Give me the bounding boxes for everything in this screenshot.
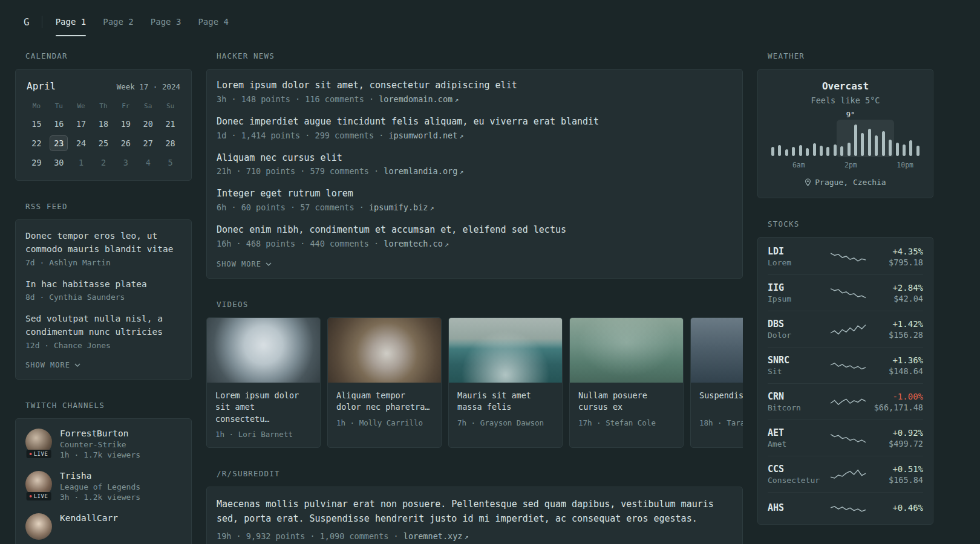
- stock-row[interactable]: CCSConsectetur+0.51%$165.84: [768, 456, 923, 492]
- calendar-day-header: Tu: [55, 100, 63, 112]
- link-text: loremlandia.org: [384, 166, 457, 176]
- weather-bar: [916, 146, 920, 156]
- nav-tab[interactable]: Page 1: [47, 7, 95, 36]
- video-card[interactable]: Nullam posuere cursus ex17h · Stefan Col…: [569, 317, 684, 448]
- dashboard-grid: CALENDAR April Week 17 · 2024 MoTuWeThFr…: [0, 36, 980, 544]
- section-title-hackernews: HACKER NEWS: [217, 51, 743, 60]
- hn-item-title[interactable]: Integer eget rutrum lorem: [217, 187, 733, 201]
- subreddit-section: /R/SUBREDDIT Maecenas mollis pulvinar er…: [206, 469, 743, 544]
- hn-item-link[interactable]: loremtech.co↗: [384, 239, 449, 248]
- video-card[interactable]: Suspendisse diam18h · Tara: [690, 317, 743, 448]
- stock-row[interactable]: LDILorem+4.35%$795.18: [768, 239, 923, 274]
- calendar-month: April: [27, 80, 56, 92]
- calendar-day: 21: [162, 116, 180, 132]
- hn-item-meta-text: 6h · 60 points · 57 comments ·: [217, 202, 369, 212]
- external-link-icon: ↗: [459, 167, 463, 176]
- stock-name: Dolor: [768, 331, 826, 340]
- reddit-post-meta-text: 19h · 9,932 points · 1,090 comments ·: [217, 531, 403, 541]
- hackernews-show-more-button[interactable]: SHOW MORE: [217, 260, 733, 268]
- calendar-grid: MoTuWeThFrSaSu15161718192021222324252627…: [25, 100, 181, 170]
- hn-item-link[interactable]: loremlandia.org↗: [384, 166, 463, 176]
- rss-show-more-button[interactable]: SHOW MORE: [25, 361, 181, 369]
- channel-viewers: 3h · 1.2k viewers: [60, 493, 140, 502]
- weather-feels-like: Feels like 5°C: [769, 96, 922, 105]
- video-card[interactable]: Mauris sit amet massa felis7h · Grayson …: [448, 317, 563, 448]
- hn-item-title[interactable]: Aliquam nec cursus elit: [217, 152, 733, 165]
- video-card[interactable]: Lorem ipsum dolor sit amet consectetu…1h…: [206, 317, 321, 448]
- stock-row[interactable]: AETAmet+0.92%$499.72: [768, 419, 923, 456]
- nav-tab[interactable]: Page 3: [142, 7, 190, 36]
- hn-item-meta-text: 21h · 710 points · 579 comments ·: [217, 166, 384, 176]
- calendar-day: 1: [72, 155, 90, 170]
- hn-item-title[interactable]: Lorem ipsum dolor sit amet, consectetur …: [217, 79, 733, 92]
- calendar-day: 2: [94, 155, 113, 170]
- stock-ticker: CRN: [768, 391, 826, 402]
- stock-row[interactable]: AHS+0.46%: [768, 492, 923, 523]
- section-title-weather: WEATHER: [768, 51, 933, 60]
- stock-identity: CCSConsectetur: [768, 464, 826, 485]
- stock-name: Sit: [768, 367, 826, 376]
- stock-values: +4.35%$795.18: [871, 247, 923, 267]
- stock-row[interactable]: IIGIpsum+2.84%$42.04: [768, 274, 923, 311]
- video-body: Aliquam tempor dolor nec pharetra…1h · M…: [328, 383, 441, 436]
- stock-change: +1.36%: [871, 355, 923, 365]
- reddit-post-title[interactable]: Maecenas mollis pulvinar erat non posuer…: [217, 497, 733, 526]
- weather-bar: [909, 140, 912, 156]
- calendar-week-label: Week 17 · 2024: [117, 82, 180, 91]
- stock-name: Ipsum: [768, 294, 826, 303]
- channel-name[interactable]: ForrestBurton: [60, 429, 140, 438]
- twitch-channel[interactable]: LIVEForrestBurtonCounter-Strike1h · 1.7k…: [25, 429, 181, 459]
- rss-item-title[interactable]: Sed volutpat nulla nisl, a condimentum n…: [25, 312, 181, 339]
- external-link-icon: ↗: [445, 240, 449, 248]
- twitch-channel[interactable]: LIVETrishaLeague of Legends3h · 1.2k vie…: [25, 471, 181, 502]
- stock-row[interactable]: SNRCSit+1.36%$148.64: [768, 347, 923, 383]
- channel-name[interactable]: Trisha: [60, 471, 140, 481]
- hn-item-title[interactable]: Donec imperdiet augue tincidunt felis al…: [217, 115, 733, 129]
- video-body: Mauris sit amet massa felis7h · Grayson …: [449, 383, 562, 436]
- section-title-subreddit: /R/SUBREDDIT: [217, 469, 743, 478]
- video-card[interactable]: Aliquam tempor dolor nec pharetra…1h · M…: [327, 317, 442, 448]
- stock-row[interactable]: DBSDolor+1.42%$156.28: [768, 311, 923, 347]
- stock-name: Bitcorn: [768, 403, 826, 412]
- weather-bar: [806, 148, 809, 156]
- weather-time-label: 2pm: [844, 161, 857, 169]
- calendar-day-header: Fr: [122, 100, 129, 112]
- stock-identity: SNRCSit: [768, 355, 826, 376]
- live-dot-icon: [30, 495, 32, 497]
- channel-avatar: [25, 513, 52, 540]
- stock-identity: LDILorem: [768, 246, 826, 267]
- channel-avatar: LIVE: [25, 471, 52, 497]
- rss-item-title[interactable]: Donec tempor eros leo, ut commodo mauris…: [25, 230, 181, 256]
- stock-change: +2.84%: [871, 283, 923, 293]
- reddit-post-link[interactable]: loremnet.xyz↗: [403, 531, 469, 541]
- middle-column: HACKER NEWS Lorem ipsum dolor sit amet, …: [206, 51, 743, 544]
- stock-change: +0.51%: [871, 464, 923, 474]
- channel-game: Counter-Strike: [60, 440, 140, 449]
- stock-sparkline: [831, 394, 866, 410]
- video-meta: 18h · Tara: [699, 418, 743, 427]
- link-text: ipsumworld.net: [388, 131, 457, 140]
- stock-row[interactable]: CRNBitcorn-1.00%$66,171.48: [768, 383, 923, 419]
- top-nav: G Page 1Page 2Page 3Page 4: [15, 7, 965, 36]
- stock-change: +0.46%: [871, 503, 923, 513]
- hn-item-meta: 1d · 1,414 points · 299 comments · ipsum…: [217, 131, 733, 140]
- hn-item-link[interactable]: loremdomain.com↗: [379, 94, 459, 104]
- rss-item-title[interactable]: In hac habitasse platea: [25, 278, 181, 291]
- nav-tab[interactable]: Page 4: [189, 7, 237, 36]
- channel-info: ForrestBurtonCounter-Strike1h · 1.7k vie…: [60, 429, 140, 459]
- dashboard-page: G Page 1Page 2Page 3Page 4 CALENDAR Apri…: [0, 0, 980, 544]
- twitch-channel-list: LIVEForrestBurtonCounter-Strike1h · 1.7k…: [25, 429, 181, 540]
- nav-tab[interactable]: Page 2: [94, 7, 142, 36]
- nav-tab-label: Page 4: [198, 17, 229, 27]
- hn-item-link[interactable]: ipsumify.biz↗: [369, 202, 434, 212]
- calendar-widget: April Week 17 · 2024 MoTuWeThFrSaSu15161…: [15, 69, 192, 181]
- hn-item-meta-text: 1d · 1,414 points · 299 comments ·: [217, 131, 388, 140]
- hn-item-link[interactable]: ipsumworld.net↗: [388, 131, 463, 140]
- nav-divider: [42, 16, 42, 28]
- twitch-channel[interactable]: KendallCarr: [25, 513, 181, 540]
- stocks-list: LDILorem+4.35%$795.18IIGIpsum+2.84%$42.0…: [768, 239, 923, 523]
- stock-values: +0.46%: [871, 503, 923, 513]
- hn-item-title[interactable]: Donec enim nibh, condimentum et accumsan…: [217, 224, 733, 237]
- calendar-day: 5: [162, 155, 180, 170]
- channel-name[interactable]: KendallCarr: [60, 513, 118, 523]
